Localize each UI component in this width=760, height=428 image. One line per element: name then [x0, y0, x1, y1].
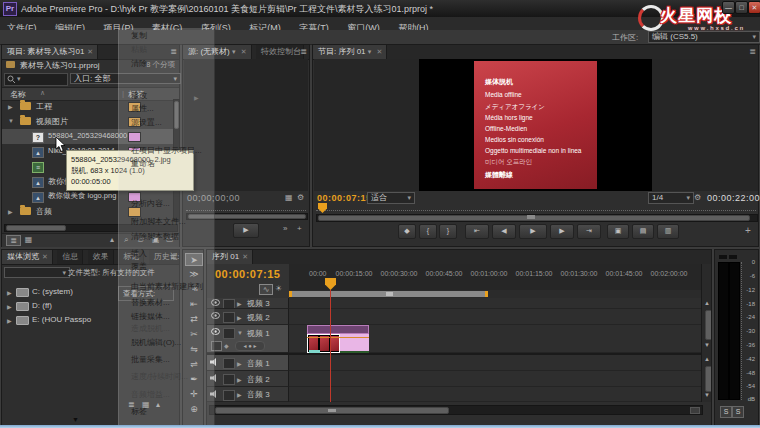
context-menu-item[interactable]: 脱机编辑(O)... [131, 337, 181, 348]
expand-icon[interactable]: ▶ [237, 391, 242, 398]
tab-media-browser[interactable]: 媒体浏览✕ [2, 250, 53, 264]
extract-button[interactable]: ▤ [632, 224, 654, 239]
lock-toggle[interactable] [223, 328, 235, 339]
step-forward-button[interactable]: ▶ [550, 224, 574, 239]
track-header-video2[interactable]: ▶ 视频 2 [207, 309, 289, 325]
track-body-video1[interactable]: 558804_20532946800 [289, 325, 701, 353]
track-header-video1[interactable]: ▼ 视频 1 ◆ ◂ ● ▸ [207, 325, 289, 353]
video-scroll-thumb[interactable] [705, 310, 712, 340]
track-body-audio1[interactable] [289, 355, 701, 371]
add-button-icon[interactable]: + [297, 224, 302, 233]
lift-button[interactable]: ▣ [607, 224, 629, 239]
expand-icon[interactable]: ▶ [237, 376, 242, 383]
lock-toggle[interactable] [223, 312, 235, 323]
solo-right-button[interactable]: S [732, 406, 744, 418]
context-menu-item[interactable]: 批量采集... [131, 354, 170, 365]
close-icon[interactable]: ✕ [42, 253, 48, 260]
program-timecode[interactable]: 00:00:07:15 [317, 193, 372, 203]
collapse-icon[interactable]: ▼ [237, 330, 243, 336]
expand-icon[interactable]: ▶ [237, 300, 242, 307]
close-icon[interactable]: ✕ [242, 253, 248, 260]
expand-icon[interactable]: ▶ [8, 103, 13, 110]
goto-in-button[interactable]: ⇤ [465, 224, 489, 239]
timeline-clip[interactable]: 558804_20532946800 [307, 325, 369, 353]
program-zoom-scrollbar[interactable] [316, 214, 758, 222]
playback-resolution-select[interactable]: 1/4▾ [648, 192, 694, 204]
collapse-icon[interactable]: ▼ [8, 118, 14, 124]
track-header-audio3[interactable]: ▶ 音频 3 [207, 387, 289, 402]
add-button-icon[interactable]: + [745, 225, 751, 236]
chevron-down-icon[interactable]: ▾ [232, 48, 236, 55]
context-menu-item[interactable]: 由当前素材新建序列 [131, 281, 203, 292]
mark-in-button[interactable]: { [419, 224, 437, 239]
close-icon[interactable]: ✕ [241, 48, 247, 55]
goto-out-button[interactable]: ⇥ [577, 224, 601, 239]
snap-toggle-icon[interactable]: ∿ [259, 284, 273, 295]
program-playhead-marker[interactable] [318, 203, 327, 213]
work-area-bar[interactable] [289, 291, 488, 297]
tab-effect-controls[interactable]: 特效控制台 [256, 45, 304, 59]
scroll-up-icon[interactable]: ▲ [704, 300, 710, 306]
lock-toggle[interactable] [223, 299, 235, 309]
lock-toggle[interactable] [223, 374, 235, 385]
scroll-down-icon[interactable]: ▼ [72, 416, 79, 423]
expand-icon[interactable]: ▶ [8, 208, 13, 215]
tab-program[interactable]: 节目: 序列 01 ▾ ✕ [313, 45, 387, 59]
automate-to-sequence-button[interactable]: ▴ [110, 235, 114, 244]
program-mini-ruler[interactable] [316, 205, 756, 211]
chevron-down-icon[interactable]: ▾ [368, 48, 372, 55]
play-button[interactable]: ▶ [519, 224, 547, 239]
keyframe-toggle-icon[interactable]: ◆ [224, 342, 229, 349]
more-controls-icon[interactable]: » [283, 224, 287, 233]
keyframe-nav[interactable]: ◂ ● ▸ [235, 341, 265, 351]
track-body-video3[interactable] [289, 298, 701, 309]
scroll-down-icon[interactable]: ▼ [704, 342, 710, 348]
mark-out-button[interactable]: } [439, 224, 457, 239]
expand-icon[interactable]: ▶ [237, 314, 242, 321]
panel-menu-icon[interactable]: ≣ [300, 47, 307, 56]
list-view-button[interactable]: ≣ [6, 235, 21, 246]
settings-wrench-icon[interactable]: ⚙ [694, 193, 701, 202]
fit-select[interactable]: 适合▾ [367, 192, 415, 204]
source-play-button[interactable]: ▶ [233, 223, 259, 238]
context-menu-item[interactable]: 替换素材... [131, 297, 170, 308]
close-button[interactable]: ✕ [748, 1, 760, 14]
context-menu-item[interactable]: 修改 [131, 90, 147, 101]
scroll-up-icon[interactable]: ▲ [704, 356, 710, 362]
context-menu-item[interactable]: 在项目中显示项目... [131, 145, 202, 156]
panel-menu-icon[interactable]: ≣ [749, 47, 756, 56]
timeline-hscrollbar[interactable] [209, 405, 703, 415]
context-menu-item[interactable]: 清除脚本数据 [131, 231, 179, 242]
lock-toggle[interactable] [223, 390, 235, 401]
output-settings-icon[interactable]: ⚙ [297, 193, 304, 202]
safe-margins-icon[interactable]: ▦ [285, 193, 293, 202]
context-menu-item[interactable]: 链接媒体... [131, 311, 170, 322]
close-icon[interactable]: ✕ [377, 48, 383, 55]
maximize-button[interactable]: □ [735, 1, 748, 14]
expand-icon[interactable]: ▶ [7, 289, 12, 296]
search-input[interactable]: ▾ [4, 73, 68, 86]
track-body-video2[interactable] [289, 309, 701, 325]
track-header-video3[interactable]: ▶ 视频 3 [207, 298, 289, 309]
context-menu-item[interactable]: 源设置... [131, 117, 162, 128]
tab-info[interactable]: 信息 [57, 250, 83, 264]
clip-opacity-line[interactable] [307, 337, 369, 338]
context-menu-item[interactable]: 复制 [131, 30, 147, 41]
track-header-audio2[interactable]: ▶ 音频 2 [207, 371, 289, 387]
playhead-line[interactable] [330, 290, 331, 402]
encore-marker-icon[interactable]: ☀ [275, 284, 282, 293]
path-select[interactable]: ▾ [4, 267, 70, 278]
context-menu-item[interactable]: 属性... [131, 103, 154, 114]
track-body-audio3[interactable] [289, 387, 701, 402]
step-back-button[interactable]: ◀ [492, 224, 516, 239]
context-menu-item[interactable]: 覆盖 [131, 261, 147, 272]
tab-effects[interactable]: 效果 [88, 250, 114, 264]
timeline-timecode[interactable]: 00:00:07:15 [215, 268, 280, 280]
track-header-audio1[interactable]: ▶ 音频 1 [207, 355, 289, 371]
context-menu-item[interactable]: 清除 [131, 58, 147, 69]
export-frame-button[interactable]: ▥ [657, 224, 679, 239]
context-menu-item[interactable]: 分析内容... [131, 198, 170, 209]
context-menu-item[interactable]: 重命名 [131, 158, 155, 169]
expand-icon[interactable]: ▶ [7, 303, 12, 310]
solo-left-button[interactable]: S [720, 406, 732, 418]
